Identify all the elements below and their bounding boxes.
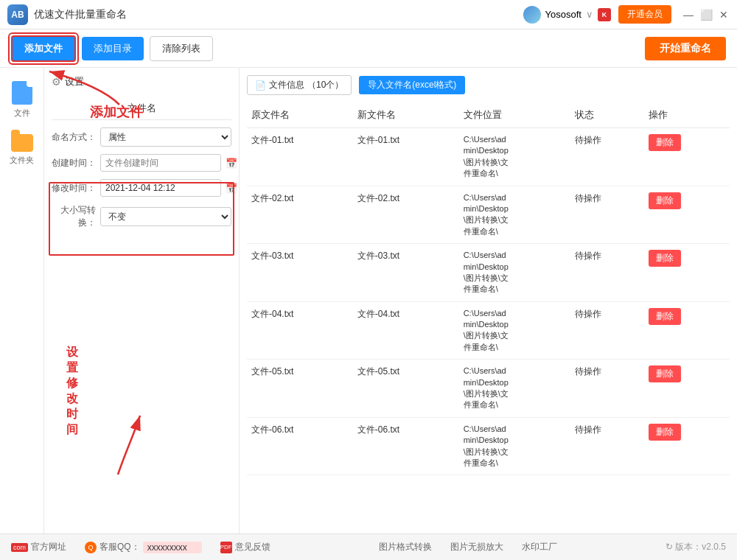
file-info-label: 文件信息 [269, 79, 304, 91]
footer: com 官方网址 Q 客服QQ： PDF 意见反馈 图片格式转换 图片无损放大 … [0, 533, 737, 560]
cell-original: 文件-04.txt [247, 301, 353, 360]
footer-watermark-label: 水印工厂 [522, 541, 557, 553]
delete-button-3[interactable]: 删除 [649, 308, 681, 325]
cell-action[interactable]: 删除 [644, 360, 730, 418]
cell-status: 待操作 [570, 128, 644, 186]
footer-img-enlarge-link[interactable]: 图片无损放大 [450, 541, 503, 553]
file-icon [12, 81, 32, 105]
footer-qq-icon: Q [85, 542, 97, 553]
cell-location: C:\Users\admin\Desktop\图片转换\文件重命名\ [459, 244, 571, 302]
footer-qq-link[interactable]: Q 客服QQ： [85, 541, 202, 553]
footer-watermark-link[interactable]: 水印工厂 [522, 541, 557, 553]
cell-original: 文件-03.txt [247, 244, 353, 302]
table-row: 文件-03.txt 文件-03.txt C:\Users\admin\Deskt… [247, 244, 730, 302]
footer-site-label: 官方网址 [31, 541, 66, 553]
gear-icon: ⚙ [52, 76, 61, 88]
cell-action[interactable]: 删除 [644, 301, 730, 360]
file-table-container: 原文件名 新文件名 文件位置 状态 操作 文件-01.txt 文件-01.txt… [247, 102, 730, 526]
app-title: 优速文件批量重命名 [34, 8, 523, 21]
modify-time-input[interactable] [100, 179, 221, 197]
cell-new: 文件-05.txt [353, 360, 459, 418]
table-row: 文件-01.txt 文件-01.txt C:\Users\admin\Deskt… [247, 128, 730, 186]
file-table-body: 文件-01.txt 文件-01.txt C:\Users\admin\Deskt… [247, 128, 730, 475]
cell-original: 文件-05.txt [247, 360, 353, 418]
table-row: 文件-05.txt 文件-05.txt C:\Users\admin\Deskt… [247, 360, 730, 418]
create-time-label: 创建时间： [52, 157, 96, 169]
username: Yososoft [545, 9, 581, 20]
titlebar: AB 优速文件批量重命名 Yososoft ∨ K 开通会员 — ⬜ ✕ [0, 0, 737, 29]
footer-version-text: 版本：v2.0.5 [675, 542, 726, 552]
create-time-calendar-icon[interactable]: 📅 [226, 158, 237, 169]
sidebar-item-folder[interactable]: 文件夹 [0, 128, 43, 172]
maximize-button[interactable]: ⬜ [700, 9, 712, 21]
footer-com-icon: com [11, 543, 28, 552]
cell-action[interactable]: 删除 [644, 128, 730, 186]
modify-time-row: 修改时间： 📅 [52, 179, 231, 197]
footer-version: ↻ 版本：v2.0.5 [666, 541, 726, 553]
footer-img-convert-label: 图片格式转换 [379, 541, 432, 553]
footer-img-convert-link[interactable]: 图片格式转换 [379, 541, 432, 553]
naming-select[interactable]: 属性 [100, 127, 231, 147]
delete-button-1[interactable]: 删除 [649, 192, 681, 209]
col-header-new: 新文件名 [353, 102, 459, 128]
naming-row: 命名方式： 属性 [52, 127, 231, 147]
delete-button-0[interactable]: 删除 [649, 134, 681, 151]
footer-qq-input[interactable] [143, 542, 202, 553]
create-time-input[interactable] [100, 154, 221, 172]
create-time-row: 创建时间： 📅 [52, 154, 231, 172]
table-row: 文件-02.txt 文件-02.txt C:\Users\admin\Deskt… [247, 186, 730, 244]
cell-original: 文件-06.txt [247, 417, 353, 475]
sidebar-item-file[interactable]: 文件 [0, 75, 43, 125]
delete-button-4[interactable]: 删除 [649, 365, 681, 382]
footer-img-enlarge-label: 图片无损放大 [450, 541, 503, 553]
modify-time-calendar-icon[interactable]: 📅 [226, 183, 237, 194]
cell-status: 待操作 [570, 360, 644, 418]
right-panel-header: 📄 文件信息 （10个） 导入文件名(excel格式) [247, 75, 730, 95]
file-count: （10个） [307, 79, 343, 91]
cell-status: 待操作 [570, 186, 644, 244]
footer-site-link[interactable]: com 官方网址 [11, 541, 66, 553]
cell-action[interactable]: 删除 [644, 244, 730, 302]
cell-new: 文件-06.txt [353, 417, 459, 475]
left-panel: ⚙ 设置 文件名 命名方式： 属性 创建时间： 📅 修改时间： 📅 大小写转换：… [44, 68, 240, 533]
avatar [523, 6, 541, 24]
delete-button-2[interactable]: 删除 [649, 250, 681, 267]
case-label: 大小写转换： [52, 204, 96, 229]
app-logo: AB [7, 4, 28, 25]
sidebar-folder-label: 文件夹 [10, 155, 34, 166]
cell-action[interactable]: 删除 [644, 186, 730, 244]
cell-status: 待操作 [570, 417, 644, 475]
case-row: 大小写转换： 不变 [52, 204, 231, 229]
add-file-button[interactable]: 添加文件 [11, 35, 76, 62]
vip-button[interactable]: 开通会员 [618, 5, 671, 24]
import-excel-button[interactable]: 导入文件名(excel格式) [359, 76, 465, 94]
add-file-wrapper: 添加文件 [11, 35, 76, 62]
minimize-button[interactable]: — [682, 9, 694, 21]
main-content: 文件 文件夹 ⚙ 设置 文件名 命名方式： 属性 创建时间： 📅 修改时间： � [0, 68, 737, 533]
cell-action[interactable]: 删除 [644, 417, 730, 475]
start-rename-button[interactable]: 开始重命名 [645, 37, 726, 60]
naming-label: 命名方式： [52, 131, 96, 144]
modify-time-arrow [111, 423, 184, 482]
footer-feedback-label: 意见反馈 [235, 541, 270, 553]
clear-button[interactable]: 清除列表 [150, 36, 213, 61]
cell-original: 文件-02.txt [247, 186, 353, 244]
cell-new: 文件-02.txt [353, 186, 459, 244]
file-info-badge: 📄 文件信息 （10个） [247, 75, 352, 95]
file-table: 原文件名 新文件名 文件位置 状态 操作 文件-01.txt 文件-01.txt… [247, 102, 730, 475]
footer-pdf-icon: PDF [220, 542, 232, 553]
table-header-row: 原文件名 新文件名 文件位置 状态 操作 [247, 102, 730, 128]
case-select[interactable]: 不变 [100, 207, 231, 226]
annotation-modify-time-text: 设置修改时间 [66, 345, 78, 438]
footer-qq-label: 客服QQ： [99, 541, 140, 553]
add-dir-button[interactable]: 添加目录 [82, 37, 144, 60]
user-info: Yososoft ∨ K [523, 6, 611, 24]
col-header-action: 操作 [644, 102, 730, 128]
close-button[interactable]: ✕ [718, 9, 730, 21]
sidebar-file-label: 文件 [14, 108, 30, 119]
col-header-location: 文件位置 [459, 102, 571, 128]
vip-icon: K [598, 8, 611, 21]
delete-button-5[interactable]: 删除 [649, 424, 681, 441]
col-header-status: 状态 [570, 102, 644, 128]
footer-feedback-link[interactable]: PDF 意见反馈 [220, 541, 270, 553]
